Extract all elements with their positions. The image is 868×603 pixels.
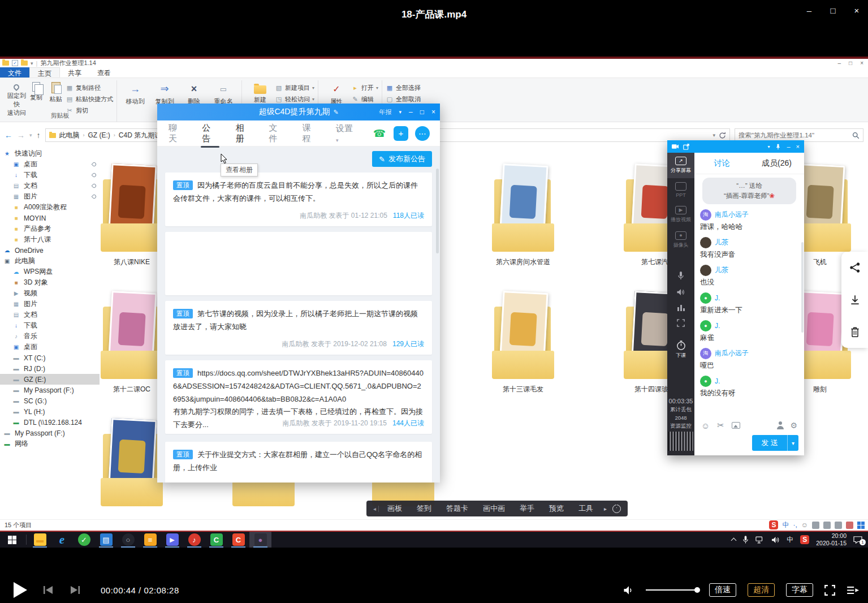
copy-to-button[interactable]: ⇒ 复制到 [150,80,179,106]
avatar[interactable]: ● [700,376,711,387]
ribbon-tab[interactable]: 主页 [29,67,60,77]
quick-access-folder-icon[interactable] [21,61,28,66]
taskbar-app-button[interactable]: ○ [117,532,139,548]
read-count[interactable]: 144人已读 [392,419,424,427]
announcement-card[interactable]: 置顶第七节课的视频，因为没录上，所以橘子老师把上一期这节课的视频放进去了，请大家… [165,301,432,355]
volume-slider[interactable] [646,589,698,591]
speaker-button[interactable] [667,285,694,300]
sidebar-item[interactable]: ▶ 视频 [0,288,100,299]
expand-link[interactable]: 展开 [173,433,424,434]
qq-dropdown-icon[interactable]: ▾ [399,109,402,115]
emoji-icon[interactable]: ☺ [801,521,808,529]
avatar[interactable]: ● [700,292,711,304]
action-center-icon[interactable]: 1 [853,536,862,544]
taskbar-app-button[interactable]: ● [249,532,271,548]
edit-title-icon[interactable]: ✎ [333,109,338,116]
sidebar-item[interactable]: ▤ 文档 [0,309,100,320]
sidebar-item[interactable]: ▬ My Passport (F:) [0,428,100,438]
sidebar-item[interactable]: ↓ 下载 [0,320,100,331]
sidebar-item[interactable]: ▤ 文档 [0,180,100,191]
sender-name[interactable]: J. [715,294,720,302]
breadcrumb-item[interactable]: 此电脑 [59,131,80,140]
qq-tab[interactable]: 相册 [234,117,253,150]
sidebar-item[interactable]: ▦ 图片 [0,191,100,202]
announcement-card[interactable]: 置顶https://docs.qq.com/sheet/DTWJrYXBhek1… [165,360,432,434]
play-button[interactable] [14,582,27,598]
avatar[interactable]: ● [700,320,711,331]
taskbar-app-button[interactable]: ✓ [73,532,95,548]
sogou-logo-icon[interactable]: S [769,520,778,529]
pin-window-icon[interactable] [775,144,781,150]
fullscreen-button[interactable] [667,315,694,331]
up-icon[interactable]: ↑ [37,131,41,140]
back-icon[interactable]: ← [5,131,12,140]
subtitle-button[interactable]: 字幕 [786,583,813,597]
explorer-minimize-icon[interactable]: – [838,60,841,66]
sidebar-item[interactable]: ♪ 音乐 [0,331,100,342]
toolbar-item[interactable]: 画中画 [476,503,512,514]
scrollbar[interactable] [436,169,439,253]
sidebar-item[interactable]: ▬ GZ (E:) [0,374,100,385]
annual-report-badge[interactable]: 年报 [379,108,392,117]
folder-item[interactable]: 第十三课毛发 [492,288,554,406]
toolbar-item[interactable]: 画板 [380,503,409,514]
stats-button[interactable] [667,300,694,315]
sidebar-item[interactable]: ☁ OneDrive [0,245,100,256]
microphone-button[interactable] [667,268,694,285]
sidebar-item[interactable]: ▣ 桌面 [0,342,100,352]
tab-discussion[interactable]: 讨论 [694,158,749,169]
ribbon-tab[interactable]: 查看 [89,67,119,77]
select-all-button[interactable]: ▦全部选择 [386,84,421,92]
voice-call-icon[interactable]: ☎ [372,126,387,141]
search-icon[interactable] [852,132,860,139]
sidebar-item[interactable]: ■ 产品参考 [0,223,100,234]
expand-toolbar-icon[interactable]: ▸ [601,506,610,512]
qq-maximize-icon[interactable]: □ [420,108,424,116]
taskbar-app-button[interactable]: C [205,532,227,548]
ribbon-tab[interactable]: 文件 [0,67,29,77]
sidebar-item[interactable]: ■ 3D 对象 [0,277,100,288]
read-count[interactable]: 129人已读 [392,340,424,348]
qq-tab[interactable]: 公告 [201,117,219,150]
player-volume-icon[interactable] [623,585,634,595]
avatar[interactable]: 淘 [700,209,711,221]
taskbar-app-button[interactable]: ≡ [139,532,161,548]
qq-tab[interactable]: 聊天 [167,117,186,150]
sidebar-item[interactable]: ▬ My Passport (F:) [0,385,100,395]
sidebar-item[interactable]: ▬ RJ (D:) [0,363,100,374]
new-item-button[interactable]: ▧新建项目▾ [275,84,314,92]
screenshot-icon[interactable]: ✂ [717,420,724,430]
member-manage-icon[interactable] [776,421,784,429]
qq-tab[interactable]: 文件 [268,117,287,150]
tab-members[interactable]: 成员(26) [749,158,804,169]
toolbar-item[interactable]: 预览 [542,503,571,514]
chat-settings-icon[interactable]: ⚙ [790,421,797,430]
move-to-button[interactable]: → 移动到 [120,80,150,106]
quality-button[interactable]: 超清 [748,583,775,597]
explorer-maximize-icon[interactable]: □ [849,60,852,66]
easy-access-button[interactable]: ◳轻松访问▾ [275,95,314,104]
announcement-card[interactable] [165,232,432,295]
panel-close-icon[interactable]: × [796,143,800,150]
sidebar-item[interactable]: ▬ YL (H:) [0,406,100,417]
announcement-card[interactable]: 置顶关于作业提交方式：大家在群相册，建立一个以自己QQ名字命名的相册，上传作业 [165,442,432,483]
new-message-icon[interactable]: + [394,126,408,141]
ppt-button[interactable]: PPT [667,178,694,202]
qq-minimize-icon[interactable]: – [409,108,413,116]
clock[interactable]: 20:00 2020-01-15 [816,532,847,547]
refresh-icon[interactable] [719,132,726,139]
collapse-toolbar-icon[interactable]: ◂ [371,506,379,512]
minimize-icon[interactable]: – [804,6,815,15]
qat-caret-icon[interactable]: ▾ [31,61,33,66]
rename-button[interactable]: ▭ 重命名 [209,80,238,106]
properties-button[interactable]: ✓ 属性 [322,80,351,106]
sidebar-item[interactable]: ★ 快速访问 [0,148,100,159]
ribbon-tab[interactable]: 共享 [60,67,89,77]
sidebar-item[interactable]: ☁ WPS网盘 [0,266,100,277]
toolbox-icon[interactable] [835,522,842,529]
sogou-tray-icon[interactable]: S [800,535,809,544]
play-video-button[interactable]: ▶ 播放视频 [667,202,694,227]
folder-item[interactable] [101,416,163,531]
camera-icon[interactable] [672,144,679,149]
sender-name[interactable]: 南瓜小远子 [715,348,749,358]
